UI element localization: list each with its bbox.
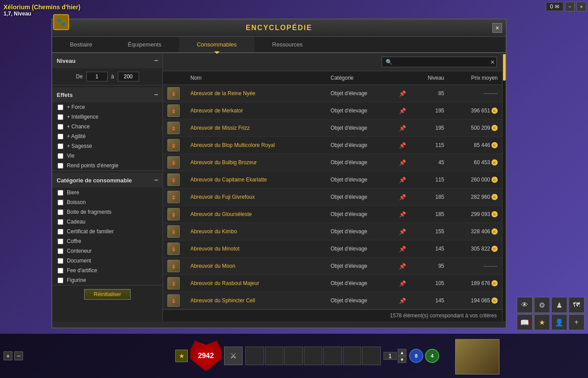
item-pin-cell-12[interactable]: 📌	[395, 292, 410, 309]
level-collapse-button[interactable]: −	[154, 57, 158, 65]
item-name-9[interactable]: Abreuvoir du Minotot	[190, 246, 240, 252]
item-pin-cell-9[interactable]: 📌	[395, 240, 410, 258]
item-pin-cell-11[interactable]: 📌	[395, 275, 410, 292]
remove-button[interactable]: −	[14, 351, 23, 360]
effect-checkbox-0[interactable]	[58, 104, 63, 110]
bookmark-button[interactable]: ★	[175, 350, 188, 362]
effect-checkbox-2[interactable]	[58, 124, 63, 130]
category-checkbox-2[interactable]	[58, 209, 63, 215]
item-name-3[interactable]: Abreuvoir du Blop Multicolore Royal	[190, 142, 275, 148]
category-item-9[interactable]: Figurine	[52, 275, 162, 285]
item-pin-cell-0[interactable]: 📌	[395, 85, 410, 102]
character-button[interactable]: 👤	[551, 314, 567, 330]
table-row[interactable]: 🏺 Abreuvoir de la Reine Nyée Objet d'éle…	[163, 85, 502, 102]
item-pin-cell-6[interactable]: 📌	[395, 189, 410, 206]
category-item-0[interactable]: Biere	[52, 188, 162, 197]
item-name-cell-4[interactable]: Abreuvoir du Bulbig Brozeur	[186, 154, 326, 171]
effect-checkbox-1[interactable]	[58, 114, 63, 120]
pin-icon-11[interactable]: 📌	[399, 280, 406, 287]
star-button[interactable]: ★	[534, 314, 550, 330]
category-checkbox-1[interactable]	[58, 200, 63, 205]
col-level-header[interactable]: Niveau	[410, 71, 449, 85]
category-item-5[interactable]: Coffre	[52, 236, 162, 246]
item-name-11[interactable]: Abreuvoir du Rasboul Majeur	[190, 280, 259, 286]
pin-icon-12[interactable]: 📌	[399, 297, 406, 304]
item-name-cell-2[interactable]: Abreuvoir de Missiz Frizz	[186, 120, 326, 137]
table-row[interactable]: 🏺 Abreuvoir du Bulbig Brozeur Objet d'él…	[163, 154, 502, 171]
item-name-8[interactable]: Abreuvoir du Kimbo	[190, 228, 237, 235]
category-item-8[interactable]: Fee d'artifice	[52, 266, 162, 275]
inv-slot-4[interactable]	[304, 347, 322, 365]
inv-slot-6[interactable]	[343, 347, 361, 365]
settings-button[interactable]: ⚙	[534, 297, 550, 313]
pin-icon-0[interactable]: 📌	[399, 90, 406, 97]
item-name-cell-8[interactable]: Abreuvoir du Kimbo	[186, 223, 326, 240]
item-name-1[interactable]: Abreuvoir de Merkator	[190, 108, 243, 114]
pin-icon-9[interactable]: 📌	[399, 246, 406, 252]
inv-slot-3[interactable]	[284, 347, 303, 365]
minimize-button[interactable]: −	[565, 2, 575, 12]
pin-icon-1[interactable]: 📌	[399, 108, 406, 114]
table-row[interactable]: 🏺 Abreuvoir du Kimbo Objet d'élevage 📌 1…	[163, 223, 502, 240]
item-name-cell-1[interactable]: Abreuvoir de Merkator	[186, 102, 326, 120]
effect-item-6[interactable]: Rend points d'énergie	[52, 161, 162, 170]
tab-equipements[interactable]: Équipements	[110, 37, 179, 52]
table-row[interactable]: 🏺 Abreuvoir du Rasboul Majeur Objet d'él…	[163, 275, 502, 292]
table-row[interactable]: 🏺 Abreuvoir du Glourséleste Objet d'élev…	[163, 206, 502, 223]
category-checkbox-3[interactable]	[58, 219, 63, 225]
item-name-cell-11[interactable]: Abreuvoir du Rasboul Majeur	[186, 275, 326, 292]
category-collapse-button[interactable]: −	[154, 176, 158, 184]
pin-icon-2[interactable]: 📌	[399, 125, 406, 131]
category-checkbox-0[interactable]	[58, 190, 63, 196]
tactics-button[interactable]: ♟	[551, 297, 567, 313]
table-row[interactable]: 🏺 Abreuvoir de Missiz Frizz Objet d'élev…	[163, 120, 502, 137]
tab-bestiaire[interactable]: Bestiaire	[52, 37, 110, 52]
category-checkbox-7[interactable]	[58, 258, 63, 264]
item-pin-cell-4[interactable]: 📌	[395, 154, 410, 171]
pin-icon-7[interactable]: 📌	[399, 211, 406, 218]
item-name-cell-12[interactable]: Abreuvoir du Sphincter Cell	[186, 292, 326, 309]
map-button[interactable]: 🗺	[569, 297, 584, 313]
search-clear-button[interactable]: ✕	[490, 59, 495, 66]
item-name-cell-5[interactable]: Abreuvoir du Capitaine Ekarlatte	[186, 171, 326, 189]
table-row[interactable]: 🏺 Abreuvoir du Minotot Objet d'élevage 📌…	[163, 240, 502, 258]
category-checkbox-9[interactable]	[58, 278, 63, 283]
category-item-3[interactable]: Cadeau	[52, 217, 162, 227]
reset-button[interactable]: Réinitialiser	[84, 289, 130, 300]
item-pin-cell-8[interactable]: 📌	[395, 223, 410, 240]
effect-item-4[interactable]: + Sagesse	[52, 141, 162, 151]
visibility-button[interactable]: 👁	[517, 297, 533, 313]
effect-checkbox-3[interactable]	[58, 134, 63, 139]
add-button[interactable]: +	[4, 351, 12, 360]
book-button[interactable]: 📖	[517, 314, 533, 330]
inv-slot-2[interactable]	[265, 347, 283, 365]
pin-icon-5[interactable]: 📌	[399, 177, 406, 183]
col-name-header[interactable]: Nom	[186, 71, 326, 85]
table-row[interactable]: 🏺 Abreuvoir du Moon Objet d'élevage 📌 95…	[163, 258, 502, 275]
item-name-cell-0[interactable]: Abreuvoir de la Reine Nyée	[186, 85, 326, 102]
item-pin-cell-1[interactable]: 📌	[395, 102, 410, 120]
level-from-input[interactable]	[86, 72, 108, 81]
table-row[interactable]: 🏺 Abreuvoir du Capitaine Ekarlatte Objet…	[163, 171, 502, 189]
pin-icon-6[interactable]: 📌	[399, 194, 406, 201]
item-pin-cell-2[interactable]: 📌	[395, 120, 410, 137]
category-checkbox-5[interactable]	[58, 239, 63, 244]
plus-button[interactable]: +	[569, 314, 584, 330]
effect-checkbox-4[interactable]	[58, 143, 63, 149]
item-name-cell-10[interactable]: Abreuvoir du Moon	[186, 258, 326, 275]
item-name-cell-7[interactable]: Abreuvoir du Glourséleste	[186, 206, 326, 223]
item-name-2[interactable]: Abreuvoir de Missiz Frizz	[190, 125, 250, 131]
category-checkbox-8[interactable]	[58, 268, 63, 274]
category-checkbox-6[interactable]	[58, 248, 63, 254]
item-pin-cell-7[interactable]: 📌	[395, 206, 410, 223]
tab-consommables[interactable]: Consommables	[179, 37, 254, 52]
col-category-header[interactable]: Catégorie	[326, 71, 395, 85]
item-name-cell-6[interactable]: Abreuvoir du Fuji Givrefoux	[186, 189, 326, 206]
pin-icon-10[interactable]: 📌	[399, 263, 406, 270]
effect-checkbox-5[interactable]	[58, 153, 63, 159]
table-row[interactable]: 🏺 Abreuvoir du Blop Multicolore Royal Ob…	[163, 137, 502, 154]
search-input[interactable]	[382, 57, 497, 67]
modal-close-button[interactable]: ×	[492, 23, 502, 33]
char-avatar[interactable]: 🐾	[53, 14, 69, 30]
item-pin-cell-5[interactable]: 📌	[395, 171, 410, 189]
